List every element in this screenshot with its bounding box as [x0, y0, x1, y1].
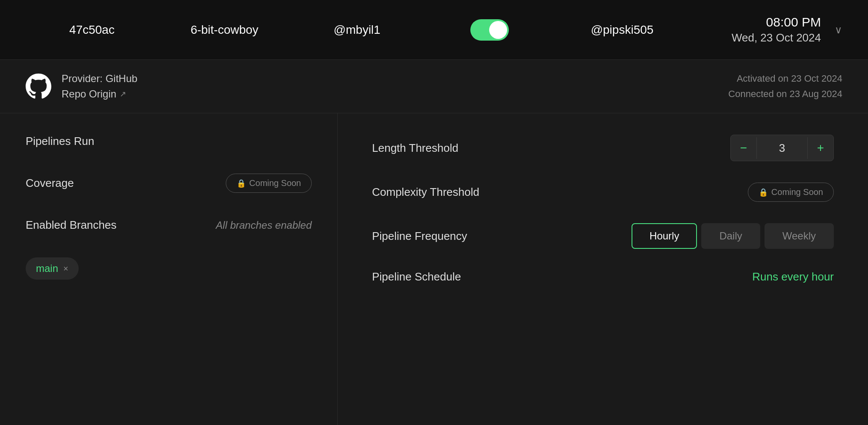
left-panel: Pipelines Run Coverage 🔒 Coming Soon Ena…: [0, 113, 338, 425]
pipeline-schedule-value: Runs every hour: [752, 270, 834, 283]
github-icon: [26, 74, 51, 99]
provider-right: Activated on 23 Oct 2024 Connected on 23…: [728, 73, 842, 100]
enabled-branches-row: Enabled Branches All branches enabled: [26, 218, 312, 232]
topbar-toggle[interactable]: [423, 19, 556, 41]
activated-text: Activated on 23 Oct 2024: [737, 73, 842, 84]
toggle-switch[interactable]: [470, 19, 509, 41]
date-display: Wed, 23 Oct 2024: [732, 31, 821, 44]
coverage-coming-soon-badge: 🔒 Coming Soon: [226, 174, 312, 193]
branch-tags-row: main ×: [26, 257, 312, 280]
complexity-lock-icon: 🔒: [759, 188, 768, 197]
length-threshold-value: 3: [756, 137, 808, 159]
length-threshold-decrement[interactable]: −: [731, 135, 756, 161]
length-threshold-increment[interactable]: +: [808, 135, 833, 161]
coverage-label: Coverage: [26, 177, 74, 190]
pipelines-run-label: Pipelines Run: [26, 135, 94, 148]
frequency-hourly-button[interactable]: Hourly: [632, 223, 697, 249]
complexity-coming-soon-badge: 🔒 Coming Soon: [748, 183, 834, 202]
external-link-icon: ↗: [120, 89, 126, 99]
branch-tag-main: main ×: [26, 257, 79, 280]
provider-left: Provider: GitHub Repo Origin ↗: [26, 73, 137, 100]
topbar-user1: @mbyil1: [291, 23, 423, 37]
topbar-branch: 6-bit-cowboy: [158, 23, 291, 37]
length-threshold-row: Length Threshold − 3 +: [372, 135, 834, 161]
provider-row: Provider: GitHub Repo Origin ↗ Activated…: [0, 60, 868, 113]
enabled-branches-value: All branches enabled: [216, 219, 312, 231]
toggle-knob: [489, 21, 507, 39]
provider-info: Provider: GitHub Repo Origin ↗: [62, 73, 137, 100]
pipeline-schedule-label: Pipeline Schedule: [372, 270, 461, 283]
right-panel: Length Threshold − 3 + Complexity Thresh…: [338, 113, 868, 425]
topbar-commit: 47c50ac: [26, 23, 158, 37]
connected-text: Connected on 23 Aug 2024: [728, 89, 842, 100]
chevron-down-icon[interactable]: ∨: [835, 24, 842, 36]
complexity-threshold-label: Complexity Threshold: [372, 186, 479, 199]
main-panels: Pipelines Run Coverage 🔒 Coming Soon Ena…: [0, 113, 868, 425]
coverage-row: Coverage 🔒 Coming Soon: [26, 174, 312, 193]
pipeline-frequency-label: Pipeline Frequency: [372, 230, 467, 243]
topbar-user2: @pipski505: [556, 23, 688, 37]
frequency-weekly-button[interactable]: Weekly: [765, 223, 834, 249]
pipelines-run-row: Pipelines Run: [26, 135, 312, 148]
length-threshold-stepper: − 3 +: [730, 135, 834, 161]
time-display: 08:00 PM: [766, 15, 821, 30]
topbar-time: 08:00 PM Wed, 23 Oct 2024 ∨: [688, 15, 842, 44]
enabled-branches-label: Enabled Branches: [26, 218, 116, 232]
pipeline-frequency-row: Pipeline Frequency Hourly Daily Weekly: [372, 223, 834, 249]
topbar: 47c50ac 6-bit-cowboy @mbyil1 @pipski505 …: [0, 0, 868, 60]
repo-origin[interactable]: Repo Origin ↗: [62, 88, 137, 100]
complexity-threshold-row: Complexity Threshold 🔒 Coming Soon: [372, 183, 834, 202]
remove-branch-button[interactable]: ×: [63, 264, 68, 274]
provider-label: Provider: GitHub: [62, 73, 137, 85]
frequency-group: Hourly Daily Weekly: [632, 223, 834, 249]
pipeline-schedule-row: Pipeline Schedule Runs every hour: [372, 270, 834, 283]
length-threshold-label: Length Threshold: [372, 142, 458, 155]
lock-icon: 🔒: [236, 179, 246, 188]
frequency-daily-button[interactable]: Daily: [701, 223, 760, 249]
